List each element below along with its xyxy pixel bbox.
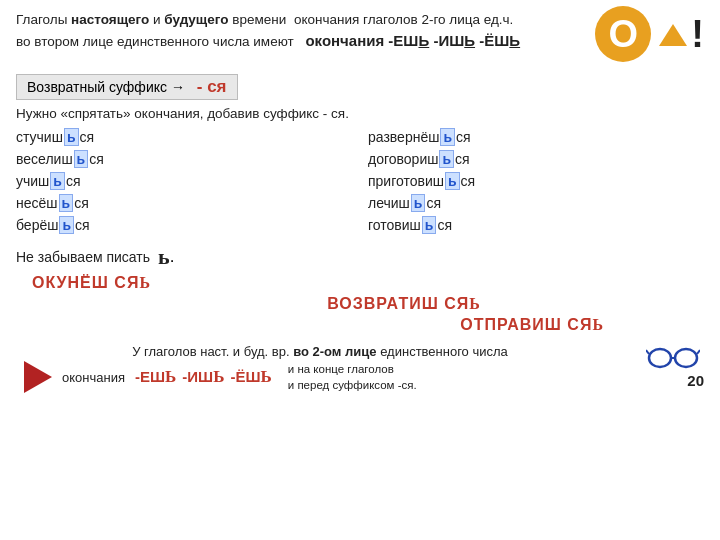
svg-point-0 xyxy=(649,349,671,367)
verb-row: несёшь ся xyxy=(16,194,352,212)
bottom-rule-bold: во 2-ом лице xyxy=(293,344,376,359)
header-right: окончания глаголов 2-го лица ед.ч. xyxy=(294,12,513,27)
verb-row: веселишь ся xyxy=(16,150,352,168)
verb-row: стучишь ся xyxy=(16,128,352,146)
header-prefix: Глаголы xyxy=(16,12,71,27)
header-line1: Глаголы настоящего и будущего времени ок… xyxy=(16,10,583,30)
ending-3: -ЁШЬ xyxy=(230,367,271,387)
header-text: Глаголы настоящего и будущего времени ок… xyxy=(16,10,583,53)
and-note-line2: и перед суффиксом -ся. xyxy=(288,377,417,393)
examples-section: ОКУНЁШ СЯЬ ВОЗВРАТИШ СЯЬ ОТПРАВИШ СЯЬ xyxy=(24,274,704,334)
example-2: ВОЗВРАТИШ СЯЬ xyxy=(104,295,704,313)
verbs-grid: стучишь ся развернёшь ся веселишь ся дог… xyxy=(16,127,704,235)
bottom-rule-prefix: У глаголов наст. и буд. вр. xyxy=(132,344,293,359)
top-row: Глаголы настоящего и будущего времени ок… xyxy=(16,10,704,66)
ending-2: -ИШЬ xyxy=(182,367,224,387)
svg-line-3 xyxy=(646,350,649,354)
suffix-row: Возвратный суффикс → - ся xyxy=(16,70,704,104)
and-note-line1: и на конце глаголов xyxy=(288,361,417,377)
verb-row: готовишь ся xyxy=(368,216,704,234)
soft-sign-reminder: ь xyxy=(158,244,170,270)
bottom-rule: У глаголов наст. и буд. вр. во 2-ом лице… xyxy=(16,344,624,359)
bottom-left: У глаголов наст. и буд. вр. во 2-ом лице… xyxy=(16,340,624,393)
play-icon[interactable] xyxy=(24,361,52,393)
bold-budushego: будущего xyxy=(164,12,228,27)
endings-line: окончания -ЕШЬ -ИШЬ -ЁШЬ xyxy=(305,32,520,49)
verb-row: приготовишь ся xyxy=(368,172,704,190)
bottom-area: У глаголов наст. и буд. вр. во 2-ом лице… xyxy=(16,340,704,393)
bottom-endings-row: окончания -ЕШЬ -ИШЬ -ЁШЬ и на конце глаг… xyxy=(24,361,624,393)
hide-note: Нужно «спрятать» окончания, добавив суфф… xyxy=(16,106,704,121)
and-note: и на конце глаголов и перед суффиксом -с… xyxy=(288,361,417,393)
forget-note-row: Не забываем писать ь. xyxy=(16,243,704,271)
verb-row: развернёшь ся xyxy=(368,128,704,146)
o-circle-icon: О xyxy=(595,6,651,62)
header-time: времени xyxy=(228,12,286,27)
header-icons: О ! xyxy=(587,10,704,66)
bold-nastoiashego: настоящего xyxy=(71,12,149,27)
header-line2: во втором лице единственного числа имеют… xyxy=(16,30,583,53)
b-letter-1: Ь xyxy=(165,367,176,386)
glasses-icon xyxy=(646,344,700,372)
endings-label: окончания xyxy=(62,370,125,385)
header-and: и xyxy=(149,12,164,27)
bottom-rule-middle: единственного числа xyxy=(377,344,508,359)
b-letter-2: Ь xyxy=(213,367,224,386)
main-content: Глаголы настоящего и будущего времени ок… xyxy=(0,0,720,403)
example-1: ОКУНЁШ СЯЬ xyxy=(32,274,704,292)
forget-note: Не забываем писать xyxy=(16,249,150,265)
triangle-icon xyxy=(659,24,687,46)
suffix-value: - ся xyxy=(197,77,227,96)
ending-1: -ЕШЬ xyxy=(135,367,176,387)
verb-row: учишь ся xyxy=(16,172,352,190)
svg-point-1 xyxy=(675,349,697,367)
header-second-line: во втором лице единственного числа имеют xyxy=(16,34,294,49)
example-3: ОТПРАВИШ СЯЬ xyxy=(32,316,604,334)
suffix-box: Возвратный суффикс → - ся xyxy=(16,74,238,100)
verb-row: лечишь ся xyxy=(368,194,704,212)
suffix-label: Возвратный суффикс → xyxy=(27,79,185,95)
verb-row: договоришь ся xyxy=(368,150,704,168)
verb-row: берёшь ся xyxy=(16,216,352,234)
svg-line-4 xyxy=(697,350,700,354)
b-letter-3: Ь xyxy=(261,367,272,386)
bottom-right: 20 xyxy=(624,340,704,389)
exclamation-icon: ! xyxy=(691,13,704,56)
page-number: 20 xyxy=(687,372,704,389)
